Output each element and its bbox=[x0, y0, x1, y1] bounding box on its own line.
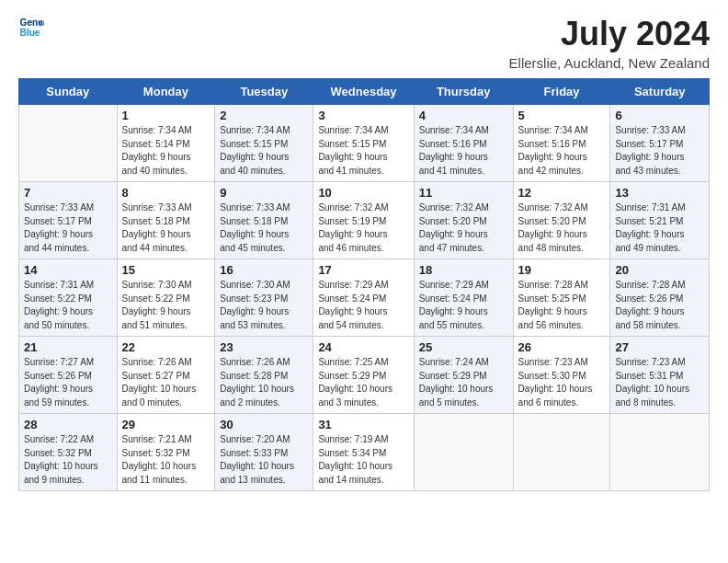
weekday-header-thursday: Thursday bbox=[414, 79, 513, 105]
calendar-day-25: 25Sunrise: 7:24 AM Sunset: 5:29 PM Dayli… bbox=[414, 337, 513, 414]
day-info: Sunrise: 7:25 AM Sunset: 5:29 PM Dayligh… bbox=[318, 356, 408, 409]
day-info: Sunrise: 7:24 AM Sunset: 5:29 PM Dayligh… bbox=[419, 356, 508, 409]
day-number: 17 bbox=[318, 263, 408, 277]
calendar-day-19: 19Sunrise: 7:28 AM Sunset: 5:25 PM Dayli… bbox=[513, 259, 610, 337]
day-number: 21 bbox=[24, 340, 112, 354]
calendar-day-24: 24Sunrise: 7:25 AM Sunset: 5:29 PM Dayli… bbox=[313, 337, 414, 414]
calendar-empty-cell bbox=[610, 414, 710, 491]
day-info: Sunrise: 7:28 AM Sunset: 5:25 PM Dayligh… bbox=[518, 279, 606, 332]
calendar-week-row: 7Sunrise: 7:33 AM Sunset: 5:17 PM Daylig… bbox=[19, 182, 710, 259]
day-number: 12 bbox=[518, 186, 606, 200]
weekday-header-saturday: Saturday bbox=[610, 79, 710, 105]
day-info: Sunrise: 7:34 AM Sunset: 5:16 PM Dayligh… bbox=[518, 124, 606, 178]
day-info: Sunrise: 7:31 AM Sunset: 5:21 PM Dayligh… bbox=[615, 201, 704, 255]
day-info: Sunrise: 7:31 AM Sunset: 5:22 PM Dayligh… bbox=[24, 279, 112, 332]
svg-text:Blue: Blue bbox=[20, 28, 40, 38]
day-info: Sunrise: 7:34 AM Sunset: 5:14 PM Dayligh… bbox=[122, 124, 210, 178]
day-number: 31 bbox=[318, 418, 408, 431]
day-info: Sunrise: 7:27 AM Sunset: 5:26 PM Dayligh… bbox=[24, 356, 112, 409]
day-info: Sunrise: 7:26 AM Sunset: 5:28 PM Dayligh… bbox=[220, 356, 308, 409]
weekday-header-tuesday: Tuesday bbox=[215, 79, 313, 105]
day-number: 6 bbox=[615, 109, 704, 122]
day-number: 2 bbox=[220, 109, 308, 122]
day-number: 30 bbox=[220, 418, 308, 431]
day-info: Sunrise: 7:29 AM Sunset: 5:24 PM Dayligh… bbox=[318, 279, 408, 332]
day-number: 4 bbox=[419, 109, 508, 122]
calendar-day-26: 26Sunrise: 7:23 AM Sunset: 5:30 PM Dayli… bbox=[513, 337, 610, 414]
calendar-day-18: 18Sunrise: 7:29 AM Sunset: 5:24 PM Dayli… bbox=[414, 259, 513, 337]
calendar-empty-cell bbox=[19, 105, 118, 182]
day-number: 13 bbox=[615, 186, 704, 200]
calendar-empty-cell bbox=[513, 414, 610, 491]
calendar-week-row: 14Sunrise: 7:31 AM Sunset: 5:22 PM Dayli… bbox=[19, 259, 710, 337]
calendar-week-row: 1Sunrise: 7:34 AM Sunset: 5:14 PM Daylig… bbox=[19, 105, 710, 182]
day-number: 29 bbox=[122, 418, 210, 431]
day-info: Sunrise: 7:30 AM Sunset: 5:22 PM Dayligh… bbox=[122, 279, 210, 332]
day-number: 3 bbox=[318, 109, 408, 122]
calendar-day-13: 13Sunrise: 7:31 AM Sunset: 5:21 PM Dayli… bbox=[610, 182, 710, 259]
day-info: Sunrise: 7:28 AM Sunset: 5:26 PM Dayligh… bbox=[615, 279, 704, 332]
logo: General Blue bbox=[18, 15, 44, 40]
weekday-header-sunday: Sunday bbox=[19, 79, 118, 105]
header: General Blue July 2024 Ellerslie, Auckla… bbox=[18, 15, 710, 71]
weekday-header-row: SundayMondayTuesdayWednesdayThursdayFrid… bbox=[19, 79, 710, 105]
day-info: Sunrise: 7:34 AM Sunset: 5:15 PM Dayligh… bbox=[220, 124, 308, 178]
day-info: Sunrise: 7:33 AM Sunset: 5:18 PM Dayligh… bbox=[220, 201, 308, 255]
day-info: Sunrise: 7:32 AM Sunset: 5:20 PM Dayligh… bbox=[518, 201, 606, 255]
day-info: Sunrise: 7:33 AM Sunset: 5:17 PM Dayligh… bbox=[615, 124, 704, 178]
day-number: 16 bbox=[220, 263, 308, 277]
calendar-day-10: 10Sunrise: 7:32 AM Sunset: 5:19 PM Dayli… bbox=[313, 182, 414, 259]
day-number: 1 bbox=[122, 109, 210, 122]
calendar-day-9: 9Sunrise: 7:33 AM Sunset: 5:18 PM Daylig… bbox=[215, 182, 313, 259]
day-info: Sunrise: 7:19 AM Sunset: 5:34 PM Dayligh… bbox=[318, 433, 408, 487]
day-number: 25 bbox=[419, 340, 508, 354]
subtitle: Ellerslie, Auckland, New Zealand bbox=[509, 55, 710, 71]
day-number: 5 bbox=[518, 109, 606, 122]
day-info: Sunrise: 7:34 AM Sunset: 5:15 PM Dayligh… bbox=[318, 124, 408, 178]
calendar-day-21: 21Sunrise: 7:27 AM Sunset: 5:26 PM Dayli… bbox=[19, 337, 118, 414]
day-number: 22 bbox=[122, 340, 210, 354]
day-info: Sunrise: 7:32 AM Sunset: 5:19 PM Dayligh… bbox=[318, 201, 408, 255]
day-number: 11 bbox=[419, 186, 508, 200]
day-info: Sunrise: 7:23 AM Sunset: 5:31 PM Dayligh… bbox=[615, 356, 704, 409]
weekday-header-monday: Monday bbox=[117, 79, 215, 105]
calendar-day-28: 28Sunrise: 7:22 AM Sunset: 5:32 PM Dayli… bbox=[19, 414, 118, 491]
calendar-day-4: 4Sunrise: 7:34 AM Sunset: 5:16 PM Daylig… bbox=[414, 105, 513, 182]
calendar-table: SundayMondayTuesdayWednesdayThursdayFrid… bbox=[18, 78, 710, 491]
day-number: 26 bbox=[518, 340, 606, 354]
day-number: 18 bbox=[419, 263, 508, 277]
calendar-day-3: 3Sunrise: 7:34 AM Sunset: 5:15 PM Daylig… bbox=[313, 105, 414, 182]
calendar-day-16: 16Sunrise: 7:30 AM Sunset: 5:23 PM Dayli… bbox=[215, 259, 313, 337]
calendar-day-15: 15Sunrise: 7:30 AM Sunset: 5:22 PM Dayli… bbox=[117, 259, 215, 337]
day-number: 19 bbox=[518, 263, 606, 277]
day-number: 27 bbox=[615, 340, 704, 354]
calendar-day-7: 7Sunrise: 7:33 AM Sunset: 5:17 PM Daylig… bbox=[19, 182, 118, 259]
day-number: 23 bbox=[220, 340, 308, 354]
weekday-header-wednesday: Wednesday bbox=[313, 79, 414, 105]
day-number: 9 bbox=[220, 186, 308, 200]
calendar-day-6: 6Sunrise: 7:33 AM Sunset: 5:17 PM Daylig… bbox=[610, 105, 710, 182]
calendar-day-20: 20Sunrise: 7:28 AM Sunset: 5:26 PM Dayli… bbox=[610, 259, 710, 337]
day-number: 20 bbox=[615, 263, 704, 277]
day-info: Sunrise: 7:26 AM Sunset: 5:27 PM Dayligh… bbox=[122, 356, 210, 409]
day-info: Sunrise: 7:32 AM Sunset: 5:20 PM Dayligh… bbox=[419, 201, 508, 255]
calendar-day-12: 12Sunrise: 7:32 AM Sunset: 5:20 PM Dayli… bbox=[513, 182, 610, 259]
day-info: Sunrise: 7:22 AM Sunset: 5:32 PM Dayligh… bbox=[24, 433, 112, 487]
day-number: 28 bbox=[24, 418, 112, 431]
calendar-day-8: 8Sunrise: 7:33 AM Sunset: 5:18 PM Daylig… bbox=[117, 182, 215, 259]
day-info: Sunrise: 7:29 AM Sunset: 5:24 PM Dayligh… bbox=[419, 279, 508, 332]
calendar-day-2: 2Sunrise: 7:34 AM Sunset: 5:15 PM Daylig… bbox=[215, 105, 313, 182]
logo-icon: General Blue bbox=[18, 15, 44, 40]
calendar-day-30: 30Sunrise: 7:20 AM Sunset: 5:33 PM Dayli… bbox=[215, 414, 313, 491]
title-block: July 2024 Ellerslie, Auckland, New Zeala… bbox=[509, 15, 710, 71]
calendar-day-14: 14Sunrise: 7:31 AM Sunset: 5:22 PM Dayli… bbox=[19, 259, 118, 337]
calendar-day-23: 23Sunrise: 7:26 AM Sunset: 5:28 PM Dayli… bbox=[215, 337, 313, 414]
day-info: Sunrise: 7:33 AM Sunset: 5:18 PM Dayligh… bbox=[122, 201, 210, 255]
calendar-day-29: 29Sunrise: 7:21 AM Sunset: 5:32 PM Dayli… bbox=[117, 414, 215, 491]
day-number: 14 bbox=[24, 263, 112, 277]
calendar-day-31: 31Sunrise: 7:19 AM Sunset: 5:34 PM Dayli… bbox=[313, 414, 414, 491]
day-info: Sunrise: 7:33 AM Sunset: 5:17 PM Dayligh… bbox=[24, 201, 112, 255]
day-number: 7 bbox=[24, 186, 112, 200]
day-info: Sunrise: 7:34 AM Sunset: 5:16 PM Dayligh… bbox=[419, 124, 508, 178]
day-number: 24 bbox=[318, 340, 408, 354]
